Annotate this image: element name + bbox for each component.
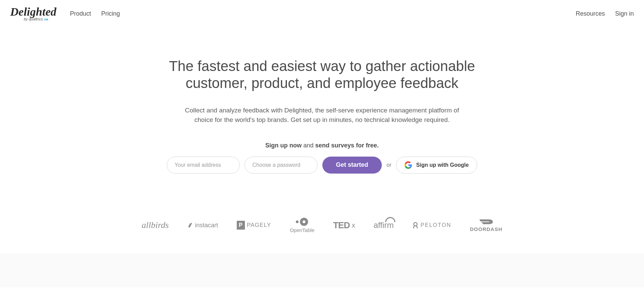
google-button-label: Sign up with Google — [416, 162, 469, 168]
pagely-icon: P — [237, 221, 245, 230]
prompt-bold1: Sign up now — [265, 142, 302, 149]
email-field[interactable] — [167, 157, 240, 174]
brand-pagely: P PAGELY — [237, 221, 271, 230]
header: Delighted by qualtrics.XM Product Pricin… — [0, 0, 644, 27]
google-icon — [405, 161, 412, 169]
brand-logos: allbirds instacart P PAGELY OpenTable TE… — [0, 194, 644, 253]
password-field[interactable] — [245, 157, 318, 174]
nav-right: Resources Sign in — [576, 10, 634, 17]
brand-doordash: DOORDASH — [470, 219, 502, 232]
nav-signin[interactable]: Sign in — [615, 10, 634, 17]
footer-space — [0, 253, 644, 287]
brand-peloton: PELOTON — [412, 221, 451, 229]
brand-tedx: TEDx — [333, 220, 355, 231]
header-left: Delighted by qualtrics.XM Product Pricin… — [10, 6, 120, 21]
hero-title: The fastest and easiest way to gather ac… — [159, 58, 485, 92]
signup-prompt: Sign up now and send surveys for free. — [159, 142, 485, 149]
opentable-label: OpenTable — [290, 227, 315, 233]
logo-subtitle: by qualtrics.XM — [24, 17, 48, 21]
prompt-bold2: send surveys for free. — [315, 142, 379, 149]
opentable-icon — [296, 218, 308, 226]
hero-subtitle: Collect and analyze feedback with Deligh… — [176, 106, 468, 125]
logo-sub-brand: qualtrics. — [29, 17, 44, 21]
tedx-x: x — [352, 221, 355, 229]
doordash-label: DOORDASH — [470, 226, 502, 232]
logo-sub-prefix: by — [24, 17, 29, 21]
brand-instacart: instacart — [187, 222, 218, 229]
svg-point-0 — [414, 222, 417, 226]
nav-pricing[interactable]: Pricing — [101, 10, 120, 17]
prompt-mid: and — [302, 142, 315, 149]
instacart-label: instacart — [195, 222, 218, 229]
logo-main: Delighted — [10, 6, 56, 18]
doordash-wing-icon — [479, 219, 494, 225]
peloton-icon — [412, 221, 418, 229]
logo-sub-badge: XM — [44, 18, 48, 21]
logo[interactable]: Delighted by qualtrics.XM — [10, 6, 56, 21]
hero-section: The fastest and easiest way to gather ac… — [152, 27, 492, 194]
nav-left: Product Pricing — [70, 10, 120, 17]
brand-affirm: affirm — [374, 220, 394, 230]
get-started-button[interactable]: Get started — [322, 157, 382, 174]
tedx-main: TED — [333, 220, 350, 231]
peloton-label: PELOTON — [421, 222, 451, 228]
brand-opentable: OpenTable — [290, 218, 315, 233]
google-signup-button[interactable]: Sign up with Google — [396, 157, 477, 174]
affirm-arc-icon — [385, 217, 395, 222]
carrot-icon — [187, 222, 193, 228]
signup-form: Get started or Sign up with Google — [159, 157, 485, 174]
nav-product[interactable]: Product — [70, 10, 91, 17]
nav-resources[interactable]: Resources — [576, 10, 605, 17]
pagely-label: PAGELY — [247, 222, 271, 229]
or-divider: or — [387, 162, 391, 168]
brand-allbirds: allbirds — [142, 220, 169, 230]
